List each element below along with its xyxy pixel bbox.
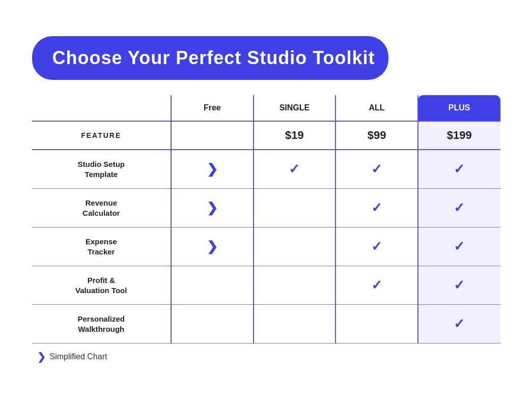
table-row: ExpenseTracker❯✓✓ — [32, 227, 500, 266]
free-price — [171, 121, 254, 150]
check-icon: ✓ — [371, 161, 382, 177]
plus-cell: ✓ — [418, 189, 500, 227]
plus-price: $199 — [418, 121, 500, 150]
pricing-table-wrapper: Free SINGLE ALL PLUS FEATURE $19 $99 $19… — [32, 95, 500, 344]
feature-name-cell: ExpenseTracker — [32, 227, 172, 266]
page-title: Choose Your Perfect Studio Toolkit — [52, 47, 368, 69]
check-icon: ✓ — [454, 277, 465, 293]
pricing-table: Free SINGLE ALL PLUS FEATURE $19 $99 $19… — [32, 95, 500, 344]
check-icon: ✓ — [371, 239, 382, 254]
check-icon: ✓ — [454, 161, 465, 177]
single-cell — [254, 305, 336, 344]
partial-icon: ❯ — [207, 161, 218, 177]
footer-text: Simplified Chart — [50, 352, 107, 361]
all-cell: ✓ — [335, 189, 418, 227]
single-cell — [254, 266, 336, 305]
plus-col-header: PLUS — [418, 95, 500, 121]
plus-cell: ✓ — [418, 305, 500, 344]
free-cell — [171, 266, 254, 305]
partial-icon: ❯ — [207, 200, 218, 215]
single-cell — [254, 227, 336, 266]
free-col-header: Free — [171, 95, 254, 121]
check-icon: ✓ — [454, 200, 465, 215]
feature-name-cell: Studio SetupTemplate — [32, 150, 172, 189]
free-cell: ❯ — [171, 150, 254, 189]
footer-partial-icon: ❯ — [37, 351, 46, 363]
all-cell — [335, 305, 418, 344]
plus-cell: ✓ — [418, 150, 500, 189]
all-price: $99 — [335, 121, 418, 150]
plus-cell: ✓ — [418, 227, 500, 266]
check-icon: ✓ — [289, 161, 300, 177]
price-row: FEATURE $19 $99 $199 — [32, 121, 500, 150]
single-price: $19 — [254, 121, 336, 150]
free-cell: ❯ — [171, 227, 254, 266]
check-icon: ✓ — [371, 277, 382, 293]
all-cell: ✓ — [335, 227, 418, 266]
feature-name-cell: Profit &Valuation Tool — [32, 266, 172, 305]
plus-cell: ✓ — [418, 266, 500, 305]
feature-name-cell: RevenueCalculator — [32, 189, 172, 227]
main-container: Choose Your Perfect Studio Toolkit Free … — [17, 26, 516, 373]
table-row: Studio SetupTemplate❯✓✓✓ — [32, 150, 500, 189]
all-cell: ✓ — [335, 266, 418, 305]
feature-label: FEATURE — [32, 121, 172, 150]
header-banner: Choose Your Perfect Studio Toolkit — [32, 36, 388, 80]
check-icon: ✓ — [454, 316, 465, 331]
table-row: Profit &Valuation Tool✓✓ — [32, 266, 500, 305]
single-col-header: SINGLE — [254, 95, 336, 121]
all-col-header: ALL — [335, 95, 418, 121]
single-cell — [254, 189, 336, 227]
feature-col-header — [32, 95, 172, 121]
free-cell: ❯ — [171, 189, 254, 227]
footer-note: ❯ Simplified Chart — [32, 351, 500, 363]
check-icon: ✓ — [371, 200, 382, 215]
column-header-row: Free SINGLE ALL PLUS — [32, 95, 500, 121]
partial-icon: ❯ — [207, 239, 218, 254]
feature-name-cell: PersonalizedWalkthrough — [32, 305, 172, 344]
check-icon: ✓ — [454, 239, 465, 254]
table-row: PersonalizedWalkthrough✓ — [32, 305, 500, 344]
free-cell — [171, 305, 254, 344]
single-cell: ✓ — [254, 150, 336, 189]
table-row: RevenueCalculator❯✓✓ — [32, 189, 500, 227]
all-cell: ✓ — [335, 150, 418, 189]
